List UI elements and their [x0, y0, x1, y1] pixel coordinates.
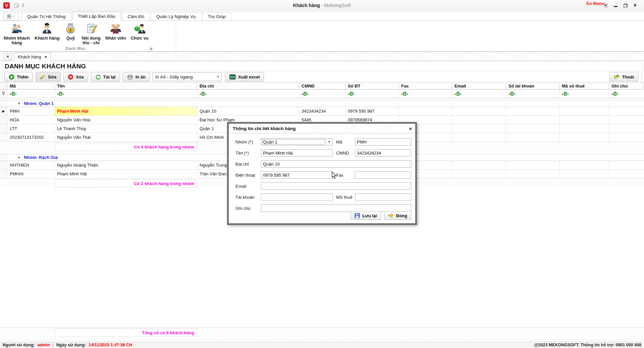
filter-cell-ten[interactable]: aBc [55, 90, 197, 98]
filter-cell-so-dt[interactable]: aBc [345, 90, 399, 98]
cell-dia-chi[interactable]: Quận 10 [197, 107, 299, 115]
print-layout-select[interactable]: In A4 - Giấy ngang ▼ [153, 72, 222, 81]
reload-button[interactable]: Tải lại [91, 72, 120, 81]
note-field[interactable] [261, 205, 411, 212]
minimize-button[interactable] [614, 6, 618, 7]
cell-ghi-chu[interactable] [609, 124, 644, 133]
cell-ma-so-thue[interactable] [559, 116, 609, 124]
exit-button[interactable]: Thoát [609, 72, 638, 81]
cell-so-tai-khoan[interactable] [506, 116, 559, 124]
cell-email[interactable] [452, 107, 506, 115]
cell-email[interactable] [452, 161, 506, 169]
dialog-close-icon[interactable]: × [409, 126, 412, 131]
close-all-tabs-button[interactable]: × [3, 53, 12, 60]
tab-close-icon[interactable]: × [44, 54, 47, 59]
cmnd-field[interactable] [355, 149, 411, 157]
cell-ten[interactable]: Nguyễn Hoàng Thiện [55, 161, 197, 169]
cell-ghi-chu[interactable] [609, 107, 644, 115]
tax-field[interactable] [355, 193, 411, 201]
hide-menu-link[interactable]: Ẩn Menu [586, 1, 604, 6]
cell-ma-so-thue[interactable] [559, 124, 609, 133]
cell-ghi-chu[interactable] [609, 133, 644, 141]
column-header-cmnd[interactable]: CMND [299, 82, 345, 89]
filter-cell-dia-chi[interactable]: aBc [197, 90, 299, 98]
account-field[interactable] [261, 193, 333, 201]
cell-so-tai-khoan[interactable] [506, 133, 559, 141]
ribbon-tab-cam-do[interactable]: Cầm Đồ [122, 12, 150, 20]
ribbon-tab-quan-tri-he-thong[interactable]: Quản Trị Hệ Thống [21, 12, 71, 20]
cell-email[interactable] [452, 170, 506, 178]
ribbon-group-dialog-button[interactable]: ◢ [149, 46, 153, 51]
ribbon-item-chuc-vu[interactable]: Chức vụ [128, 21, 151, 41]
filter-cell-so-tai-khoan[interactable]: aBc [506, 90, 559, 98]
ribbon-item-nhan-vien[interactable]: Nhân viên [103, 21, 128, 41]
ribbon-tab-tro-giup[interactable]: Trợ Giúp [202, 12, 231, 20]
close-button[interactable]: × [634, 3, 637, 7]
cell-ten[interactable]: Phạm Minh Hải [55, 170, 197, 178]
cell-ten[interactable]: Nguyễn Văn Thái [55, 133, 197, 141]
group-collapse-icon[interactable]: ▼ [17, 156, 20, 159]
cell-so-tai-khoan[interactable] [506, 107, 559, 115]
cell-ma-so-thue[interactable] [559, 161, 609, 169]
application-menu-button[interactable]: ▽ [3, 12, 19, 20]
cell-email[interactable] [452, 116, 506, 124]
cell-fax[interactable] [399, 107, 452, 115]
filter-cell-ma-so-thue[interactable]: aBc [559, 90, 609, 98]
filter-cell-ghi-chu[interactable]: aBc [609, 90, 644, 98]
cell-ma-so-thue[interactable] [559, 133, 609, 141]
add-button[interactable]: Thêm [4, 72, 33, 81]
cell-ghi-chu[interactable] [609, 170, 644, 178]
column-header-email[interactable]: Email [452, 82, 506, 89]
cell-email[interactable] [452, 133, 506, 141]
export-excel-button[interactable]: XLSX Xuất excel [225, 72, 264, 81]
cell-email[interactable] [452, 124, 506, 133]
filter-cell-email[interactable]: aBc [452, 90, 506, 98]
filter-cell-ma[interactable]: aBc [7, 90, 55, 98]
email-field[interactable] [261, 182, 411, 190]
table-row-pmh[interactable]: ▶ PMH Phạm Minh Hải Quận 10 3423434234 0… [0, 107, 644, 116]
ribbon-tab-quan-ly-nghiep-vu[interactable]: Quản Lý Nghiệp Vụ [151, 12, 202, 20]
tab-khach-hang[interactable]: Khách hàng × [14, 53, 51, 61]
column-header-so-dt[interactable]: Số ĐT [345, 82, 399, 89]
filter-cell-fax[interactable]: aBc [399, 90, 452, 98]
column-header-dia-chi[interactable]: Địa chỉ [197, 82, 299, 89]
cell-so-tai-khoan[interactable] [506, 161, 559, 169]
filter-cell-cmnd[interactable]: aBc [299, 90, 345, 98]
cell-ten[interactable]: Lê Thanh Thúy [55, 124, 197, 133]
cell-ten[interactable]: Nguyễn Văn Hòa [55, 116, 197, 124]
cell-ma[interactable]: PMHAI [7, 170, 55, 178]
ribbon-item-quy[interactable]: $ Quỹ [62, 21, 79, 41]
cell-ma[interactable]: NHTHIEN [7, 161, 55, 169]
cell-so-tai-khoan[interactable] [506, 170, 559, 178]
restore-button[interactable] [624, 4, 628, 7]
fax-field[interactable] [355, 171, 411, 179]
column-header-ma-so-thue[interactable]: Mã số thuế [559, 82, 609, 89]
address-field[interactable] [261, 160, 411, 168]
column-header-ten[interactable]: Tên [55, 82, 197, 89]
group-select[interactable]: Quận 1 ▼ [261, 138, 333, 146]
save-button[interactable]: Lưu lại [351, 211, 381, 220]
column-header-fax[interactable]: Fax [399, 82, 452, 89]
print-button[interactable]: In ấn [123, 72, 150, 81]
column-header-ma[interactable]: Mã [7, 82, 55, 89]
cell-ma[interactable]: HOA [7, 116, 55, 124]
fullscreen-button[interactable] [604, 4, 608, 7]
ribbon-item-noi-dung-thu-chi[interactable]: Nội dungthu - chi [79, 21, 103, 46]
ribbon-item-khach-hang[interactable]: Khách hàng [32, 21, 62, 41]
column-header-so-tai-khoan[interactable]: Số tài khoản [506, 82, 559, 89]
dialog-close-button[interactable]: Đóng [384, 211, 411, 220]
column-header-ghi-chu[interactable]: Ghi chú [609, 82, 644, 89]
cell-so-dt[interactable]: 0979 595 987 [345, 107, 399, 115]
dialog-title-bar[interactable]: Thông tin chi tiết khách hàng × [229, 124, 415, 133]
group-collapse-icon[interactable]: ▼ [17, 102, 20, 105]
cell-ma-so-thue[interactable] [559, 107, 609, 115]
ribbon-item-nhom-khach-hang[interactable]: Nhóm kháchhàng [1, 21, 32, 46]
cell-ghi-chu[interactable] [609, 116, 644, 124]
delete-button[interactable]: Xóa [63, 72, 88, 81]
cell-ghi-chu[interactable] [609, 161, 644, 169]
edit-button[interactable]: Sửa [36, 72, 61, 81]
cell-ma[interactable]: PMH [7, 107, 55, 115]
code-field[interactable] [355, 138, 411, 146]
cell-ma-so-thue[interactable] [559, 170, 609, 178]
name-field[interactable] [261, 149, 333, 157]
